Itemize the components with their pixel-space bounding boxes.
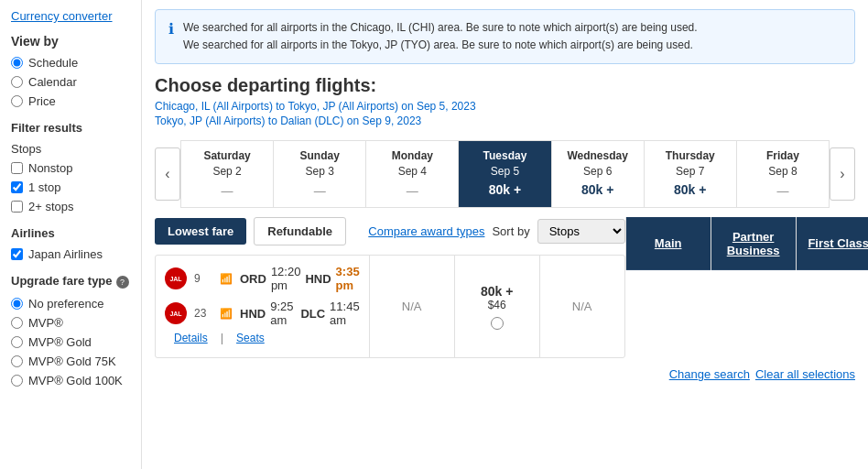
seg-route-0: ORD 12:20 pm HND 3:35 pm (240, 265, 360, 292)
date-nav: ‹ Saturday Sep 2 — Sunday Sep 3 — Monday… (155, 140, 855, 208)
stops-group: Nonstop 1 stop 2+ stops (11, 161, 130, 213)
view-by-group: Schedule Calendar Price (11, 56, 130, 108)
award-col-main: Main (625, 217, 711, 270)
award-col-headers: Main Partner Business First Class (625, 217, 868, 270)
seg-route-1: HND 9:25 am DLC 11:45 am (240, 300, 360, 327)
award-col-header-main[interactable]: Main (626, 217, 711, 270)
main-content: ℹ We searched for all airports in the Ch… (142, 0, 868, 469)
details-link[interactable]: Details (174, 332, 208, 344)
upgrade-mvp-gold[interactable]: MVP® Gold (11, 335, 130, 349)
upgrade-fare-header: Upgrade fare type ? (11, 274, 130, 289)
flight-list: JAL 9 📶 ORD 12:20 pm HND 3:35 pm (155, 255, 625, 364)
route2-link[interactable]: Tokyo, JP (All Airports) to Dalian (DLC)… (155, 115, 855, 127)
date-tab-1[interactable]: Sunday Sep 3 — (274, 140, 366, 208)
info-icon: ℹ (168, 20, 174, 54)
view-by-label: View by (11, 34, 130, 49)
view-by-schedule[interactable]: Schedule (11, 56, 130, 70)
route1-link[interactable]: Chicago, IL (All Airports) to Tokyo, JP … (155, 100, 855, 113)
airlines-section: Airlines Japan Airlines (11, 226, 130, 261)
upgrade-mvp-gold-75k[interactable]: MVP® Gold 75K (11, 354, 130, 368)
upgrade-fare-group: No preference MVP® MVP® Gold MVP® Gold 7… (11, 297, 130, 387)
sort-by-label: Sort by (492, 224, 529, 238)
date-tab-2[interactable]: Monday Sep 4 — (366, 140, 459, 208)
view-by-calendar[interactable]: Calendar (11, 75, 130, 89)
date-tab-6[interactable]: Friday Sep 8 — (737, 140, 830, 208)
award-radio-partner-business[interactable] (491, 317, 504, 330)
award-col-header-first-class[interactable]: First Class (797, 217, 868, 270)
award-cells: N/A 80k + $46 N/A (369, 256, 624, 357)
date-tab-3[interactable]: Tuesday Sep 5 80k + (459, 140, 551, 208)
seats-link[interactable]: Seats (236, 332, 265, 344)
upgrade-fare-info-icon[interactable]: ? (116, 276, 129, 289)
upgrade-no-preference[interactable]: No preference (11, 297, 130, 311)
jal-logo-1: JAL (165, 302, 187, 324)
results-area: JAL 9 📶 ORD 12:20 pm HND 3:35 pm (155, 255, 625, 364)
filter-results-label: Filter results (11, 121, 130, 135)
flight-details-row: Details | Seats (165, 331, 360, 352)
compare-award-link[interactable]: Compare award types (368, 224, 484, 238)
flight-info-side: JAL 9 📶 ORD 12:20 pm HND 3:35 pm (156, 256, 369, 357)
page-title: Choose departing flights: (155, 75, 855, 96)
award-col-headers-area: Main Partner Business First Class (625, 217, 868, 270)
prev-date-arrow[interactable]: ‹ (155, 147, 180, 201)
stops-2plus[interactable]: 2+ stops (11, 200, 130, 213)
award-col-partner-business: Partner Business (711, 217, 796, 270)
lowest-fare-button[interactable]: Lowest fare (155, 218, 246, 245)
next-date-arrow[interactable]: › (830, 147, 855, 201)
refundable-button[interactable]: Refundable (254, 217, 346, 245)
clear-all-link[interactable]: Clear all selections (755, 367, 855, 381)
view-by-price[interactable]: Price (11, 94, 130, 108)
wifi-icon-1: 📶 (220, 308, 233, 320)
segment-row-1: JAL 23 📶 HND 9:25 am DLC 11:45 am (165, 296, 360, 331)
stops-nonstop[interactable]: Nonstop (11, 161, 130, 175)
table-row: JAL 9 📶 ORD 12:20 pm HND 3:35 pm (155, 255, 625, 358)
upgrade-fare-label: Upgrade fare type (11, 274, 113, 288)
info-text: We searched for all airports in the Chic… (183, 19, 698, 54)
segment-row-0: JAL 9 📶 ORD 12:20 pm HND 3:35 pm (165, 261, 360, 296)
upgrade-mvp[interactable]: MVP® (11, 316, 130, 330)
date-tab-5[interactable]: Thursday Sep 7 80k + (645, 140, 737, 208)
award-cell-partner-business[interactable]: 80k + $46 (454, 256, 539, 357)
wifi-icon-0: 📶 (220, 273, 233, 285)
upgrade-mvp-gold-100k[interactable]: MVP® Gold 100K (11, 374, 130, 387)
airline-japan-airlines[interactable]: Japan Airlines (11, 247, 130, 261)
award-cell-first-class: N/A (539, 256, 624, 357)
info-banner: ℹ We searched for all airports in the Ch… (155, 9, 855, 64)
sidebar: Currency converter View by Schedule Cale… (0, 0, 142, 469)
award-col-first-class: First Class (796, 217, 868, 270)
currency-converter-link[interactable]: Currency converter (11, 9, 130, 23)
bottom-links: Change search Clear all selections (155, 367, 855, 381)
flight-num-0: 9 (194, 272, 212, 285)
award-col-header-partner-business[interactable]: Partner Business (711, 217, 796, 270)
airlines-label: Airlines (11, 226, 130, 240)
award-cell-main: N/A (369, 256, 454, 357)
jal-logo-0: JAL (165, 267, 187, 289)
sort-section: Sort by Stops Price Duration Departure A… (492, 219, 624, 244)
sort-by-select[interactable]: Stops Price Duration Departure Arrival (537, 219, 625, 244)
change-search-link[interactable]: Change search (669, 367, 750, 381)
fare-and-sort: Lowest fare Refundable Compare award typ… (155, 217, 625, 245)
date-tab-4[interactable]: Wednesday Sep 6 80k + (552, 140, 645, 208)
upgrade-fare-section: Upgrade fare type ? No preference MVP® M… (11, 274, 130, 387)
stops-label: Stops (11, 142, 130, 156)
stops-1stop[interactable]: 1 stop (11, 180, 130, 194)
date-tabs: Saturday Sep 2 — Sunday Sep 3 — Monday S… (180, 140, 830, 208)
flight-num-1: 23 (194, 307, 212, 320)
date-tab-0[interactable]: Saturday Sep 2 — (180, 140, 274, 208)
